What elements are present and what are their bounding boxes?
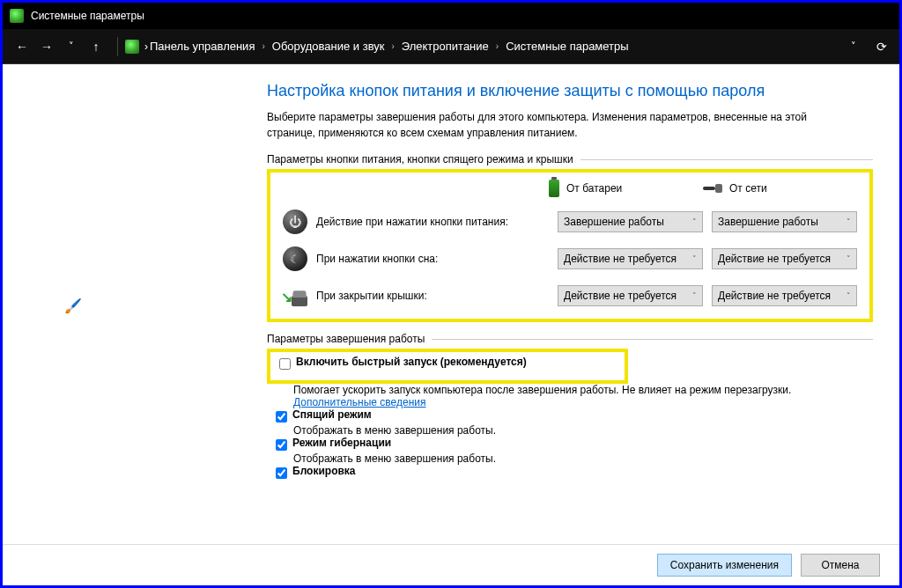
nav-recent-icon[interactable]: ˅ (61, 36, 82, 57)
page-title: Настройка кнопок питания и включение защ… (267, 82, 873, 100)
lid-close-icon: ↘ (283, 283, 307, 308)
address-dropdown-icon[interactable]: ˅ (841, 34, 866, 59)
power-settings-table: От батареи От сети Действие при нажатии … (283, 180, 857, 308)
breadcrumb: Панель управления › Оборудование и звук … (148, 40, 838, 53)
fast-startup-label: Включить быстрый запуск (рекомендуется) (296, 356, 527, 368)
plug-icon (703, 184, 722, 193)
highlight-box-1: 1 От батареи От сети (267, 169, 873, 322)
column-ac: От сети (696, 180, 850, 197)
row-lid-close: ↘ При закрытии крышки: Действие не требу… (283, 283, 857, 308)
battery-icon (549, 180, 559, 197)
power-icon (283, 209, 307, 234)
refresh-icon[interactable]: ⟳ (869, 34, 894, 59)
chevron-down-icon: ˅ (692, 254, 697, 263)
navbar: ← → ˅ ↑ › Панель управления › Оборудован… (3, 29, 899, 64)
sleep-mode-checkbox[interactable] (276, 411, 287, 423)
breadcrumb-item[interactable]: Оборудование и звук (272, 40, 385, 53)
sleep-mode-label: Спящий режим (292, 408, 372, 421)
checkbox-lock: Блокировка (276, 465, 873, 479)
fast-startup-checkbox[interactable] (279, 358, 291, 370)
window: Системные параметры ← → ˅ ↑ › Панель упр… (0, 0, 902, 588)
main-panel: Настройка кнопок питания и включение защ… (267, 64, 899, 544)
checkbox-sleep-mode: Спящий режим (276, 408, 873, 423)
row-label: При нажатии кнопки сна: (316, 253, 549, 265)
section-shutdown-label: Параметры завершения работы (267, 333, 873, 345)
fast-startup-desc: Помогает ускорить запуск компьютера посл… (293, 384, 813, 408)
lock-label: Блокировка (292, 465, 356, 477)
column-battery: От батареи (542, 180, 696, 197)
hibernate-label: Режим гибернации (292, 437, 391, 449)
breadcrumb-item[interactable]: Электропитание (402, 40, 489, 53)
sleep-icon (283, 246, 307, 271)
lid-battery-select[interactable]: Действие не требуется˅ (558, 285, 703, 306)
content-area: 🖌️ Настройка кнопок питания и включение … (3, 64, 899, 544)
sleep-button-battery-select[interactable]: Действие не требуется˅ (558, 248, 703, 269)
window-title: Системные параметры (31, 10, 144, 22)
nav-up-icon[interactable]: ↑ (85, 36, 107, 57)
row-label: Действие при нажатии кнопки питания: (316, 216, 549, 228)
page-description: Выберите параметры завершения работы для… (267, 109, 831, 141)
nav-back-icon[interactable]: ← (11, 36, 33, 57)
section-shutdown: Параметры завершения работы 2 Включить б… (267, 333, 873, 479)
chevron-down-icon: ˅ (692, 291, 697, 300)
row-power-button: Действие при нажатии кнопки питания: Зав… (283, 209, 857, 234)
power-table-header: От батареи От сети (283, 180, 857, 197)
titlebar: Системные параметры (3, 3, 899, 29)
lock-checkbox[interactable] (276, 467, 287, 479)
row-label: При закрытии крышки: (316, 290, 549, 302)
cursor-icon: 🖌️ (64, 298, 82, 314)
sleep-mode-desc: Отображать в меню завершения работы. (293, 424, 873, 437)
cancel-button[interactable]: Отмена (801, 554, 880, 577)
save-button[interactable]: Сохранить изменения (657, 554, 792, 577)
breadcrumb-item[interactable]: Панель управления (150, 40, 255, 53)
chevron-down-icon: ˅ (847, 254, 851, 263)
nav-forward-icon[interactable]: → (36, 36, 57, 57)
checkbox-fast-startup: Включить быстрый запуск (рекомендуется) (279, 356, 616, 370)
sleep-button-ac-select[interactable]: Действие не требуется˅ (712, 248, 857, 269)
breadcrumb-root-icon[interactable] (125, 40, 139, 54)
chevron-right-icon: › (262, 41, 264, 51)
chevron-down-icon: ˅ (847, 291, 851, 300)
app-icon (10, 9, 24, 23)
power-button-ac-select[interactable]: Завершение работы˅ (712, 211, 857, 232)
chevron-down-icon: ˅ (692, 217, 697, 226)
hibernate-desc: Отображать в меню завершения работы. (293, 452, 873, 465)
section-power-buttons-label: Параметры кнопки питания, кнопки спящего… (267, 153, 873, 165)
hibernate-checkbox[interactable] (276, 439, 287, 451)
row-sleep-button: При нажатии кнопки сна: Действие не треб… (283, 246, 857, 271)
lid-ac-select[interactable]: Действие не требуется˅ (712, 285, 857, 306)
chevron-right-icon: › (391, 41, 394, 51)
highlight-box-2: 2 Включить быстрый запуск (рекомендуется… (267, 349, 628, 384)
button-bar: Сохранить изменения Отмена (3, 544, 899, 585)
checkbox-hibernate: Режим гибернации (276, 437, 873, 451)
more-info-link[interactable]: Дополнительные сведения (293, 396, 425, 408)
power-button-battery-select[interactable]: Завершение работы˅ (558, 211, 703, 232)
left-gutter: 🖌️ (3, 64, 267, 544)
chevron-down-icon: ˅ (847, 217, 851, 226)
breadcrumb-item[interactable]: Системные параметры (506, 40, 628, 53)
chevron-right-icon: › (496, 41, 499, 51)
separator (117, 37, 118, 56)
